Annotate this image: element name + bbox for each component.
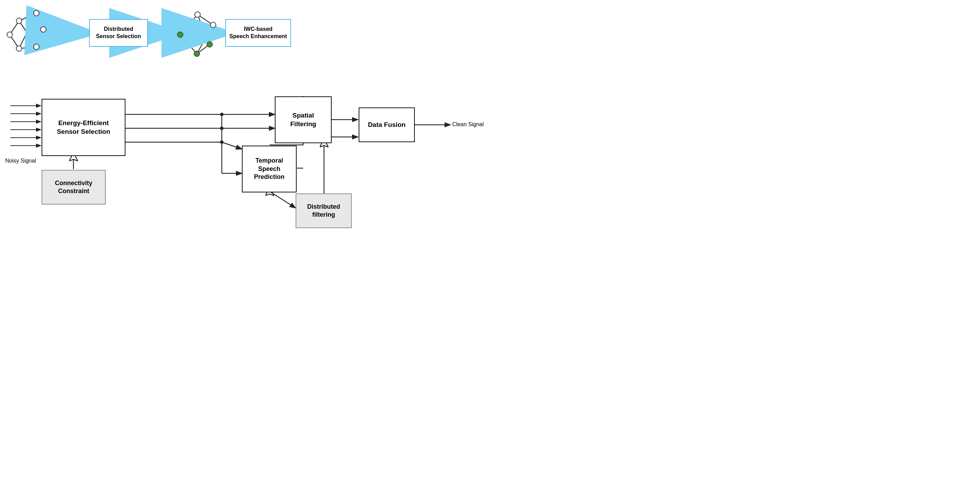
distributed-filtering-label: Distributed filtering xyxy=(307,203,340,219)
connectivity-constraint-box: Connectivity Constraint xyxy=(41,170,106,204)
data-fusion-box: Data Fusion xyxy=(359,107,415,142)
svg-line-12 xyxy=(49,31,88,33)
distributed-sensor-selection-box: Distributed Sensor Selection xyxy=(89,19,148,47)
network-node-6 xyxy=(6,32,13,38)
svg-point-33 xyxy=(220,126,224,130)
distributed-filtering-box: Distributed filtering xyxy=(296,193,352,228)
spatial-filtering-label: Spatial Filtering xyxy=(290,111,317,128)
svg-line-17 xyxy=(180,35,197,54)
svg-line-19 xyxy=(197,14,210,45)
selected-node-4 xyxy=(194,51,200,57)
selected-node-5 xyxy=(177,32,183,38)
svg-line-11 xyxy=(19,13,37,49)
clean-signal-label: Clean Signal xyxy=(452,121,484,127)
network-node-1 xyxy=(16,18,22,24)
network-node-3 xyxy=(40,26,46,33)
selected-node-3 xyxy=(207,41,213,48)
svg-line-18 xyxy=(180,14,197,35)
temporal-speech-box: Temporal Speech Prediction xyxy=(242,146,297,193)
spatial-filtering-box: Spatial Filtering xyxy=(275,96,332,143)
data-fusion-label: Data Fusion xyxy=(368,121,406,129)
noisy-signal-label: Noisy Signal xyxy=(5,158,36,164)
diagram: Distributed Sensor Selection IWC-based S… xyxy=(0,0,490,251)
iwc-speech-box: IWC-based Speech Enhancement xyxy=(225,19,291,47)
energy-sensor-box: Energy-Efficient Sensor Selection xyxy=(41,99,126,156)
energy-sensor-label: Energy-Efficient Sensor Selection xyxy=(57,119,110,136)
connectivity-constraint-label: Connectivity Constraint xyxy=(55,179,92,196)
temporal-speech-label: Temporal Speech Prediction xyxy=(254,157,285,181)
svg-line-20 xyxy=(197,25,213,54)
svg-point-36 xyxy=(220,140,224,144)
network-node-2 xyxy=(33,10,40,16)
selected-node-1 xyxy=(194,11,200,18)
network-node-5 xyxy=(16,45,22,52)
selected-node-2 xyxy=(210,22,216,28)
iwc-speech-label: IWC-based Speech Enhancement xyxy=(229,25,287,40)
svg-point-30 xyxy=(220,113,224,116)
network-node-4 xyxy=(33,44,40,50)
svg-line-10 xyxy=(19,21,37,47)
distributed-sensor-selection-label: Distributed Sensor Selection xyxy=(96,25,141,40)
svg-line-52 xyxy=(270,191,296,208)
svg-line-35 xyxy=(222,142,242,149)
